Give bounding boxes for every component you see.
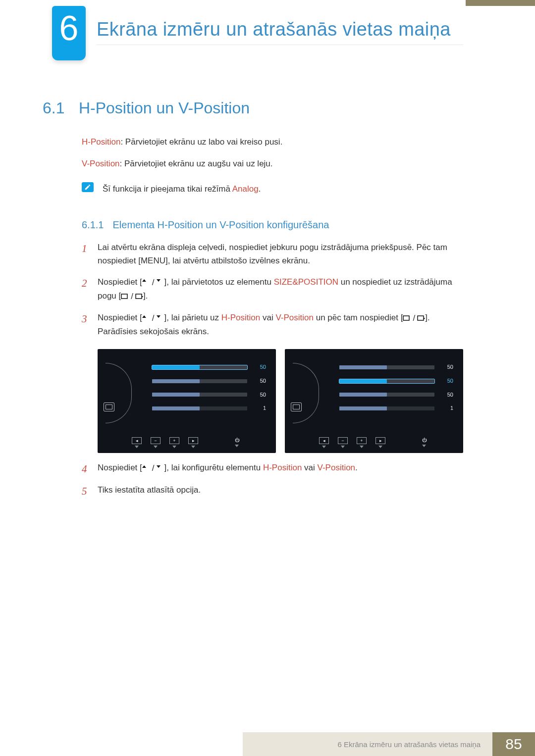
footer-page-number: 85	[492, 732, 535, 756]
osd-arc-decoration	[293, 363, 319, 423]
enter-icon: /	[121, 290, 143, 303]
page-footer: 6 Ekrāna izmēru un atrašanās vietas maiņ…	[0, 732, 535, 756]
h-position-desc: H-Position: Pārvietojiet ekrānu uz labo …	[82, 135, 463, 149]
up-down-icon: /	[142, 461, 164, 475]
chapter-tab: 6	[52, 6, 86, 60]
h-position-label: H-Position	[82, 137, 120, 147]
note: Šī funkcija ir pieejama tikai režīmā Ana…	[82, 182, 463, 196]
body-content: H-Position: Pārvietojiet ekrānu uz labo …	[82, 127, 463, 504]
footer-chapter-label: 6 Ekrāna izmēru un atrašanās vietas maiņ…	[243, 732, 492, 756]
size-position-icon	[291, 403, 302, 411]
osd-h-position: 50 50 50 1 ◂ − + ▸ ⏻	[98, 349, 276, 453]
osd-content: 50 50 50 1	[339, 363, 453, 417]
steps-list: Lai atvērtu ekrāna displeja ceļvedi, nos…	[82, 241, 463, 497]
osd-content: 50 50 50 1	[152, 363, 266, 417]
subsection-number: 6.1.1	[82, 217, 104, 233]
step-3: Nospiediet [/], lai pārietu uz H-Positio…	[82, 311, 463, 453]
chapter-number: 6	[52, 6, 86, 46]
step-2: Nospiediet [/], lai pārvietotos uz eleme…	[82, 275, 463, 303]
osd-arc-decoration	[106, 363, 132, 423]
step-1: Lai atvērtu ekrāna displeja ceļvedi, nos…	[82, 241, 463, 267]
section-heading: 6.1 H-Position un V-Position	[43, 99, 250, 117]
note-icon	[82, 182, 94, 192]
enter-icon: /	[403, 311, 425, 325]
svg-rect-0	[121, 294, 127, 299]
up-down-icon: /	[142, 311, 164, 325]
size-position-icon	[104, 403, 114, 411]
document-page: 6 Ekrāna izmēru un atrašanās vietas maiņ…	[0, 0, 535, 756]
osd-bottom-nav: ◂ − + ▸ ⏻	[98, 437, 276, 448]
note-text: Šī funkcija ir pieejama tikai režīmā Ana…	[103, 182, 261, 196]
page-title: Ekrāna izmēru un atrašanās vietas maiņa	[97, 19, 451, 40]
section-title: H-Position un V-Position	[79, 99, 250, 117]
svg-rect-2	[403, 316, 409, 320]
subsection-title: Elementa H-Position un V-Position konfig…	[112, 217, 329, 233]
svg-rect-3	[418, 316, 424, 320]
svg-rect-1	[136, 294, 142, 299]
v-position-desc: V-Position: Pārvietojiet ekrānu uz augšu…	[82, 157, 463, 170]
step-4: Nospiediet [/], lai konfigurētu elementu…	[82, 461, 463, 475]
title-underline	[97, 45, 463, 45]
top-band-decoration	[466, 0, 535, 6]
section-number: 6.1	[43, 99, 64, 117]
v-position-label: V-Position	[82, 159, 120, 168]
osd-v-position: 50 50 50 1 ◂ − + ▸ ⏻	[285, 349, 463, 453]
osd-screenshots: 50 50 50 1 ◂ − + ▸ ⏻	[98, 349, 463, 453]
subsection-heading: 6.1.1 Elementa H-Position un V-Position …	[82, 217, 463, 233]
osd-bottom-nav: ◂ − + ▸ ⏻	[285, 437, 463, 448]
step-5: Tiks iestatīta atlasītā opcija.	[82, 483, 463, 497]
up-down-icon: /	[142, 276, 164, 289]
